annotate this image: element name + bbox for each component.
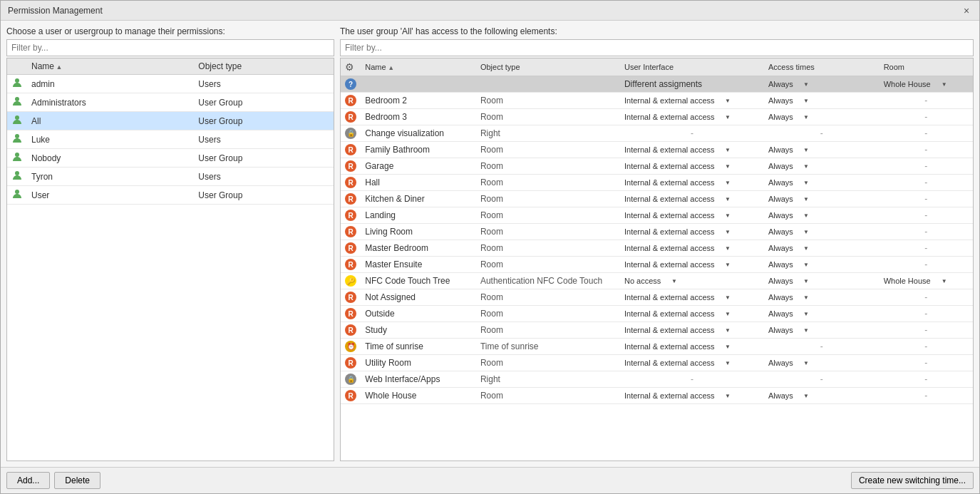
right-access-cell[interactable]: Always — [764, 224, 880, 240]
room-select[interactable]: Whole House — [884, 277, 940, 285]
right-name-col[interactable]: Name — [361, 58, 476, 76]
right-table-row[interactable]: RUtility RoomRoomInternal & external acc… — [341, 355, 973, 371]
ui-select[interactable]: Internal & external access — [624, 145, 723, 154]
access-select[interactable]: Always — [768, 244, 802, 252]
ui-select[interactable]: No access — [624, 277, 670, 285]
right-table-row[interactable]: 🔑NFC Code Touch TreeAuthentication NFC C… — [341, 273, 973, 289]
access-select[interactable]: Always — [768, 260, 802, 269]
ui-select[interactable]: Internal & external access — [624, 359, 723, 367]
access-select[interactable]: Always — [768, 293, 802, 302]
ui-select[interactable]: Internal & external access — [624, 342, 723, 351]
right-table-row[interactable]: RLandingRoomInternal & external accessAl… — [341, 207, 973, 224]
ui-select[interactable]: Internal & external access — [624, 96, 723, 105]
right-ui-cell[interactable]: Internal & external access — [620, 175, 764, 191]
info-icon[interactable]: ? — [345, 78, 356, 90]
right-table-row[interactable]: RBedroom 2RoomInternal & external access… — [341, 93, 973, 109]
left-name-col-header[interactable]: Name — [27, 58, 194, 75]
ui-select[interactable]: Internal & external access — [624, 293, 723, 302]
right-ui-cell[interactable]: Internal & external access — [620, 289, 764, 306]
add-button[interactable]: Add... — [6, 472, 50, 489]
right-ui-cell[interactable]: Internal & external access — [620, 322, 764, 339]
right-table-row[interactable]: RHallRoomInternal & external accessAlway… — [341, 175, 973, 191]
access-select[interactable]: Always — [768, 162, 802, 170]
left-table-row[interactable]: AllUser Group — [7, 112, 334, 130]
special-access-select[interactable]: Always — [768, 80, 802, 88]
right-ui-cell[interactable]: Internal & external access — [620, 109, 764, 125]
right-ui-cell[interactable]: Internal & external access — [620, 306, 764, 322]
access-select[interactable]: Always — [768, 227, 802, 236]
right-ui-cell[interactable]: Internal & external access — [620, 224, 764, 240]
left-table-row[interactable]: LukeUsers — [7, 130, 334, 149]
right-table-row[interactable]: RWhole HouseRoomInternal & external acce… — [341, 388, 973, 404]
right-ui-cell[interactable]: Internal & external access — [620, 240, 764, 257]
close-button[interactable]: × — [961, 5, 972, 16]
right-ui-cell[interactable]: Internal & external access — [620, 191, 764, 207]
access-select[interactable]: Always — [768, 211, 802, 220]
right-access-cell[interactable]: Always — [764, 289, 880, 306]
right-access-cell[interactable]: Always — [764, 158, 880, 175]
left-table-row[interactable]: AdministratorsUser Group — [7, 93, 334, 112]
access-select[interactable]: Always — [768, 277, 802, 285]
ui-select[interactable]: Internal & external access — [624, 326, 723, 334]
right-ui-cell[interactable]: Internal & external access — [620, 142, 764, 158]
right-ui-cell[interactable]: No access — [620, 273, 764, 289]
access-select[interactable]: Always — [768, 178, 802, 187]
right-table-row[interactable]: 🔒Web Interface/AppsRight--- — [341, 371, 973, 388]
access-select[interactable]: Always — [768, 326, 802, 334]
ui-select[interactable]: Internal & external access — [624, 113, 723, 121]
left-table-row[interactable]: NobodyUser Group — [7, 149, 334, 168]
right-table-row[interactable]: ⏰Time of sunriseTime of sunriseInternal … — [341, 339, 973, 355]
right-access-cell[interactable]: Always — [764, 306, 880, 322]
left-table-row[interactable]: UserUser Group — [7, 186, 334, 205]
right-table-row[interactable]: RGarageRoomInternal & external accessAlw… — [341, 158, 973, 175]
right-access-cell[interactable]: Always — [764, 93, 880, 109]
delete-button[interactable]: Delete — [54, 472, 100, 489]
right-access-cell[interactable]: Always — [764, 273, 880, 289]
right-table-row[interactable]: 🔒Change visualizationRight--- — [341, 125, 973, 142]
right-table-row[interactable]: RBedroom 3RoomInternal & external access… — [341, 109, 973, 125]
access-select[interactable]: Always — [768, 195, 802, 203]
right-table-row[interactable]: RLiving RoomRoomInternal & external acce… — [341, 224, 973, 240]
right-ui-cell[interactable]: Internal & external access — [620, 257, 764, 273]
ui-select[interactable]: Internal & external access — [624, 260, 723, 269]
right-table-row[interactable]: RNot AssignedRoomInternal & external acc… — [341, 289, 973, 306]
ui-select[interactable]: Internal & external access — [624, 162, 723, 170]
right-access-cell[interactable]: Always — [764, 142, 880, 158]
left-table-row[interactable]: adminUsers — [7, 75, 334, 93]
right-room-cell[interactable]: Whole House — [880, 273, 973, 289]
right-ui-cell[interactable]: Internal & external access — [620, 158, 764, 175]
right-access-cell[interactable]: Always — [764, 355, 880, 371]
right-ui-cell[interactable]: Internal & external access — [620, 93, 764, 109]
settings-icon[interactable]: ⚙ — [345, 61, 354, 73]
right-access-cell[interactable]: Always — [764, 322, 880, 339]
right-table-row[interactable]: RMaster BedroomRoomInternal & external a… — [341, 240, 973, 257]
ui-select[interactable]: Internal & external access — [624, 391, 723, 400]
right-access-cell[interactable]: Always — [764, 257, 880, 273]
right-table-row[interactable]: ROutsideRoomInternal & external accessAl… — [341, 306, 973, 322]
right-access-cell[interactable]: Always — [764, 191, 880, 207]
left-filter-input[interactable] — [6, 39, 334, 56]
right-access-cell[interactable]: Always — [764, 109, 880, 125]
ui-select[interactable]: Internal & external access — [624, 178, 723, 187]
ui-select[interactable]: Internal & external access — [624, 309, 723, 318]
access-select[interactable]: Always — [768, 309, 802, 318]
right-access-cell[interactable]: Always — [764, 207, 880, 224]
access-select[interactable]: Always — [768, 96, 802, 105]
access-select[interactable]: Always — [768, 113, 802, 121]
right-ui-cell[interactable]: Internal & external access — [620, 207, 764, 224]
access-select[interactable]: Always — [768, 145, 802, 154]
right-access-cell[interactable]: Always — [764, 175, 880, 191]
create-switching-time-button[interactable]: Create new switching time... — [851, 472, 974, 489]
right-access-cell[interactable]: Always — [764, 240, 880, 257]
access-select[interactable]: Always — [768, 391, 802, 400]
access-select[interactable]: Always — [768, 359, 802, 367]
right-table-row[interactable]: RMaster EnsuiteRoomInternal & external a… — [341, 257, 973, 273]
right-ui-cell[interactable]: Internal & external access — [620, 355, 764, 371]
right-ui-cell[interactable]: Internal & external access — [620, 388, 764, 404]
right-table-row[interactable]: RKitchen & DinerRoomInternal & external … — [341, 191, 973, 207]
ui-select[interactable]: Internal & external access — [624, 211, 723, 220]
right-ui-cell[interactable]: Internal & external access — [620, 339, 764, 355]
right-table-row[interactable]: RStudyRoomInternal & external accessAlwa… — [341, 322, 973, 339]
ui-select[interactable]: Internal & external access — [624, 195, 723, 203]
right-access-cell[interactable]: Always — [764, 388, 880, 404]
